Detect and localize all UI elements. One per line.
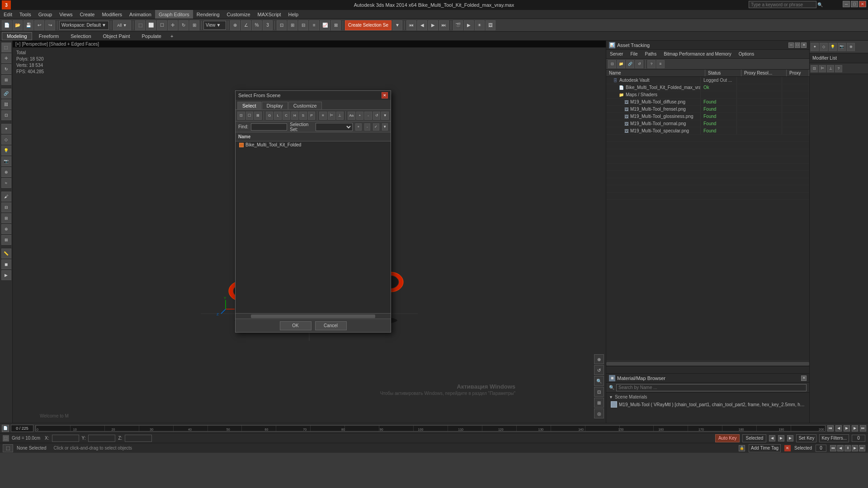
nav-btn4[interactable]: ⏭ [439,20,449,30]
dialog-close-button[interactable]: ✕ [382,92,388,99]
asset-hscrollbar[interactable] [606,361,809,366]
vp-zoom-btn[interactable]: 🔍 [594,376,604,386]
asset-hscroll-thumb[interactable] [606,362,809,366]
lt-snap-btn[interactable]: ⊕ [1,224,11,234]
lt-array-btn[interactable]: ⊞ [1,213,11,223]
nav-btn2[interactable]: ◀ [417,20,427,30]
percent-snap[interactable]: % [252,20,262,30]
mat-item[interactable]: M19_Multi-Tool ( VRayMtl ) [chain_tool_p… [609,400,807,408]
tab-selection[interactable]: Selection [66,32,96,40]
nav-btn1[interactable]: ⏮ [406,20,416,30]
asset-menu-server[interactable]: Server [606,50,627,59]
search-icon[interactable]: 🔍 [817,2,823,7]
table-row[interactable]: 🖼 M19_Multi-Tool_glossiness.png Found [606,113,809,120]
tab-modeling[interactable]: Modeling [2,32,32,40]
angle-snap[interactable]: ∠ [241,20,251,30]
ss-btn1[interactable]: + [355,123,361,131]
sd-expand-btn[interactable]: + [356,112,364,120]
menu-customize[interactable]: Customize [223,10,254,19]
collapse-icon[interactable]: ▼ [609,395,613,399]
menu-graph-editors[interactable]: Graph Editors [155,10,193,19]
play-forward-btn[interactable]: ⏭ [860,425,866,432]
key-filters-btn[interactable]: Key Filters... [819,434,849,442]
render-setup-btn[interactable]: 🎬 [453,20,463,30]
nav-btn3[interactable]: ▶ [428,20,438,30]
sd-case-btn[interactable]: Aa [348,112,355,120]
mat-search-input[interactable] [616,384,807,391]
key-mode-select[interactable]: Selected [742,434,766,442]
play-anim-btn[interactable]: ▶ [787,435,793,441]
lt-unlink-btn[interactable]: ⛓ [1,99,11,109]
snap-toggle[interactable]: ⊕ [230,20,240,30]
redo-button[interactable]: ↪ [45,20,55,30]
sd-none-btn[interactable]: ☐ [246,112,254,120]
lt-mirror-btn[interactable]: ⊟ [1,202,11,212]
sd-sort-btn[interactable]: ⊥ [336,112,344,120]
y-coord-field[interactable] [88,435,115,442]
sd-filter3[interactable]: C [283,112,290,120]
render-btn[interactable]: ▶ [464,20,474,30]
minimize-button[interactable]: ─ [843,1,850,7]
asset-menu-bitmap[interactable]: Bitmap Performance and Memory [660,50,735,59]
hscroll-thumb[interactable] [251,314,375,318]
mod2-btn4[interactable]: ? [835,65,842,72]
sd-filter2[interactable]: L [274,112,282,120]
dialog-tab-display[interactable]: Display [262,102,288,109]
workspace-selector[interactable]: Workspace: Default ▼ [59,21,109,30]
table-row[interactable]: 🖼 M19_Multi-Tool_normal.png Found [606,120,809,127]
lt-paint-btn[interactable]: 🖌 [1,192,11,202]
z-coord-field[interactable] [125,435,152,442]
create-selection-btn[interactable]: Create Selection Se [345,20,392,30]
lt-lights-btn[interactable]: 💡 [1,145,11,155]
layer-btn[interactable]: ≡ [309,20,319,30]
close-button[interactable]: ✕ [859,1,866,7]
vp-pan-btn[interactable]: ⊕ [594,354,604,364]
save-button[interactable]: 💾 [24,20,33,30]
auto-key-btn[interactable]: Auto Key [715,434,740,442]
asset-close-btn[interactable]: ✕ [801,42,807,48]
menu-rendering[interactable]: Rendering [193,10,223,19]
schematic-btn[interactable]: ⊠ [331,20,341,30]
selection-set-select[interactable] [316,123,353,131]
lt-scale-btn[interactable]: ⊞ [1,75,11,85]
lt-material-btn[interactable]: ◼ [1,259,11,269]
menu-group[interactable]: Group [35,10,56,19]
vp-zoom-all-btn[interactable]: ⊡ [594,387,604,397]
render-frame-btn[interactable]: 🖼 [486,20,495,30]
lt-bind-btn[interactable]: ⊡ [1,110,11,120]
tab-freeform[interactable]: Freeform [34,32,64,40]
lt-camera-btn[interactable]: 📷 [1,156,11,166]
table-row[interactable]: 🗄 Autodesk Vault Logged Out ... [606,77,809,84]
asset-restore-btn[interactable]: □ [795,42,800,48]
cancel-button[interactable]: Cancel [315,321,347,330]
asset-menu-paths[interactable]: Paths [642,50,660,59]
window-controls[interactable]: ─ □ ✕ [843,1,866,7]
next-frame-btn[interactable]: ▶ [852,425,858,432]
sd-more-btn[interactable]: ▼ [381,112,389,120]
mod2-btn2[interactable]: ⊢ [819,65,826,72]
window-cross-btn[interactable]: ☐ [157,20,167,30]
select-filter[interactable]: All ▼ [113,20,131,30]
pb-btn1[interactable]: ⏮ [830,445,836,451]
mod-helpers-btn[interactable]: ⊕ [847,43,855,51]
prev-frame-btn[interactable]: ◀ [835,425,842,432]
active-shade-btn[interactable]: ☀ [475,20,485,30]
select-move-btn[interactable]: ✛ [168,20,178,30]
sd-filter4[interactable]: H [291,112,299,120]
lt-move-btn[interactable]: ✛ [1,53,11,63]
lt-helpers-btn[interactable]: ⊕ [1,167,11,177]
find-input[interactable] [251,123,287,131]
sd-hier-btn[interactable]: ⊢ [328,112,335,120]
at-btn4[interactable]: ↺ [635,60,643,68]
lt-measure-btn[interactable]: 📏 [1,249,11,258]
lt-link-btn[interactable]: 🔗 [1,89,11,99]
lt-space-warps-btn[interactable]: ≈ [1,178,11,188]
menu-modifiers[interactable]: Modifiers [98,10,126,19]
lt-shapes-btn[interactable]: ◇ [1,135,11,145]
menu-edit[interactable]: Edit [0,10,16,19]
at-btn3[interactable]: 🔗 [626,60,634,68]
dialog-hscrollbar[interactable] [236,313,391,319]
tab-object-paint[interactable]: Object Paint [98,32,135,40]
align-btn[interactable]: ⊟ [298,20,308,30]
curve-editor-btn[interactable]: 📈 [320,20,330,30]
